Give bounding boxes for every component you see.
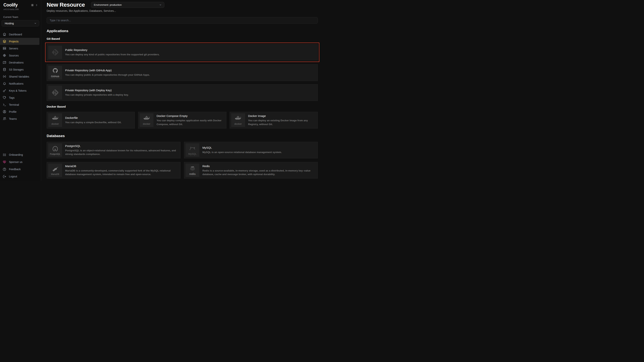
database-icon: [3, 68, 6, 71]
layers-icon: [3, 39, 6, 43]
sidebar-item-label: Sources: [9, 54, 19, 57]
postgresql-icon: [52, 145, 59, 153]
card-description: You can deploy private repositories with…: [65, 93, 128, 97]
card-description: You can deploy complex application easil…: [156, 119, 222, 126]
sidebar-footer: Onboarding Sponsor us Feedback Logout: [0, 151, 39, 180]
chevrons-up-down-icon[interactable]: [35, 4, 38, 6]
sidebar-item-sources[interactable]: Sources: [0, 52, 41, 59]
main-content: New Resource Environment: production Dep…: [41, 0, 322, 181]
card-description: MariaDB is a community-developed, commer…: [65, 169, 176, 176]
card-icon-box: [48, 46, 62, 59]
users-icon: [3, 117, 6, 121]
sidebar-item-label: S3 Storages: [9, 68, 24, 71]
home-icon: [3, 32, 6, 36]
current-team-label: Current Team: [0, 15, 41, 18]
user-circle-icon: [3, 110, 6, 114]
key-icon: [3, 89, 6, 92]
mariadb-icon: [52, 165, 59, 173]
sidebar-item-servers[interactable]: Servers: [0, 45, 41, 52]
card-docker-compose-empty[interactable]: docker Docker Compose Empty You can depl…: [138, 112, 226, 129]
git-diamond-icon: [3, 54, 6, 57]
environment-select-value: Environment: production: [94, 3, 122, 6]
card-description: PostgreSQL is an object-relational datab…: [65, 149, 176, 156]
card-title: MariaDB: [65, 165, 176, 168]
card-title: Private Repository (with Deploy Key): [65, 89, 128, 92]
card-docker-image[interactable]: docker Docker Image You can deploy an ex…: [230, 112, 318, 129]
card-description: Redis is a source-available, in-memory s…: [202, 169, 314, 176]
section-title-applications: Applications: [47, 29, 318, 33]
sidebar-item-terminal[interactable]: Terminal: [0, 101, 41, 108]
card-icon-box: MySQL: [186, 143, 199, 157]
sidebar-item-label: Projects: [9, 40, 19, 43]
theme-sun-icon[interactable]: [31, 3, 34, 7]
brand-row: Coolify: [0, 0, 41, 7]
card-dockerfile[interactable]: docker Dockerfile You can deploy a simpl…: [47, 112, 135, 129]
search-input[interactable]: [47, 17, 318, 23]
sidebar-item-notifications[interactable]: Notifications: [0, 80, 41, 87]
sidebar-item-label: Profile: [9, 110, 16, 113]
sidebar-item-label: Dashboard: [9, 33, 22, 36]
card-private-repository-deploy-key[interactable]: Private Repository (with Deploy Key) You…: [47, 84, 318, 101]
docker-icon: [234, 115, 242, 122]
sidebar-item-label: Servers: [9, 47, 18, 50]
card-icon-box: MariaDB: [48, 164, 62, 177]
terminal-icon: [3, 103, 6, 106]
card-icon-box: docker: [48, 113, 62, 127]
card-redis[interactable]: redis Redis Redis is a source-available,…: [184, 162, 318, 179]
card-title: Docker Compose Empty: [156, 114, 222, 118]
postgresql-wordmark: PostgreSQL: [50, 153, 60, 155]
sidebar-nav: Dashboard Projects Servers Sources Desti…: [0, 31, 41, 122]
sidebar-item-feedback[interactable]: Feedback: [0, 166, 39, 173]
map-icon: [3, 61, 6, 64]
card-title: Public Repository: [65, 48, 160, 51]
team-select[interactable]: Hosting: [2, 20, 39, 26]
card-mariadb[interactable]: MariaDB MariaDB MariaDB is a community-d…: [47, 162, 180, 179]
sidebar-item-label: Notifications: [9, 82, 24, 85]
card-title: MySQL: [202, 146, 282, 149]
card-postgresql[interactable]: PostgreSQL PostgreSQL PostgreSQL is an o…: [47, 142, 180, 158]
mysql-icon: [189, 145, 196, 153]
sidebar-item-projects[interactable]: Projects: [0, 38, 40, 45]
docker-icon: [52, 115, 59, 122]
team-select-value: Hosting: [5, 22, 14, 25]
sidebar-item-sponsor-us[interactable]: Sponsor us: [0, 158, 39, 166]
sidebar-item-label: Logout: [9, 175, 17, 178]
card-mysql[interactable]: MySQL MySQL MySQL is an open-source rela…: [184, 142, 318, 158]
card-description: You can deploy a simple Dockerfile, with…: [65, 121, 122, 124]
chevron-down-icon: [34, 22, 37, 25]
sidebar-item-logout[interactable]: Logout: [0, 173, 39, 180]
redis-icon: [189, 165, 196, 173]
card-icon-box: [48, 86, 62, 99]
card-public-repository[interactable]: Public Repository You can deploy any kin…: [47, 44, 318, 60]
mysql-wordmark: MySQL: [188, 153, 196, 155]
sidebar-item-s3-storages[interactable]: S3 Storages: [0, 66, 41, 73]
card-description: You can deploy any kind of public reposi…: [65, 53, 160, 56]
sidebar-item-dashboard[interactable]: Dashboard: [0, 31, 41, 38]
card-description: You can deploy public & private reposito…: [65, 73, 150, 77]
git-icon: [51, 48, 60, 57]
sidebar-item-onboarding[interactable]: Onboarding: [0, 151, 39, 158]
sidebar-item-tags[interactable]: Tags: [0, 94, 41, 101]
sidebar-item-label: Keys & Tokens: [9, 89, 26, 92]
card-title: Docker Image: [248, 114, 314, 118]
subsection-title-git-based: Git Based: [47, 37, 318, 40]
sidebar-item-label: Onboarding: [9, 153, 23, 156]
sidebar-item-label: Tags: [9, 96, 15, 99]
sidebar-item-shared-variables[interactable]: Shared Variables: [0, 73, 41, 80]
card-icon-box: GitHub: [48, 66, 62, 79]
environment-select[interactable]: Environment: production: [91, 2, 164, 8]
card-icon-box: docker: [140, 113, 154, 127]
app-logo: Coolify: [4, 2, 18, 7]
card-private-repository-github-app[interactable]: GitHub Private Repository (with GitHub A…: [47, 64, 318, 81]
sidebar-item-keys-tokens[interactable]: Keys & Tokens: [0, 87, 41, 94]
tag-icon: [3, 96, 6, 99]
sidebar-item-teams[interactable]: Teams: [0, 115, 41, 122]
card-icon-box: redis: [186, 164, 199, 177]
sidebar-item-destinations[interactable]: Destinations: [0, 59, 41, 66]
heart-handshake-icon: [3, 160, 6, 164]
server-icon: [3, 47, 6, 50]
sidebar-item-label: Feedback: [9, 168, 20, 171]
redis-wordmark: redis: [189, 173, 196, 176]
card-title: Dockerfile: [65, 116, 122, 119]
sidebar-item-profile[interactable]: Profile: [0, 108, 41, 115]
